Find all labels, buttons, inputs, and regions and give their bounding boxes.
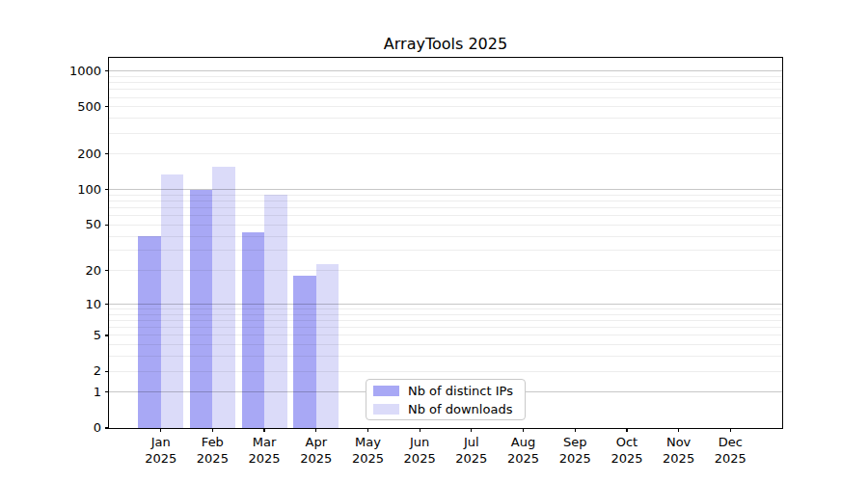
y-tick-label: 2: [43, 364, 101, 378]
legend-swatch-icon: [373, 404, 399, 415]
y-tick-mark: [105, 270, 109, 271]
gridline-minor: [109, 335, 782, 335]
gridline-minor: [109, 327, 782, 328]
x-tick-month: Dec: [699, 434, 761, 450]
gridline-minor: [109, 215, 782, 216]
gridline-minor: [109, 106, 782, 107]
gridline-minor: [109, 371, 782, 372]
x-tick-label-dec: Dec2025: [699, 434, 761, 467]
y-tick-label: 1: [43, 386, 101, 399]
legend-swatch-icon: [373, 386, 399, 396]
y-tick-label: 500: [43, 100, 101, 114]
legend: Nb of distinct IPsNb of downloads: [366, 379, 526, 420]
chart-canvas: ArrayTools 2025 01251020501002005001000J…: [0, 0, 868, 482]
y-tick-label: 0: [43, 421, 101, 435]
gridline-minor: [109, 195, 782, 196]
grid-layer: [109, 58, 782, 428]
gridline-minor: [109, 97, 782, 98]
x-tick-mark: [523, 428, 524, 432]
gridline-minor: [109, 153, 782, 154]
gridline-major: [109, 70, 782, 71]
gridline-minor: [109, 270, 782, 271]
y-tick-mark: [105, 304, 109, 305]
y-tick-label: 200: [43, 147, 101, 161]
gridline-minor: [109, 250, 782, 251]
gridline-minor: [109, 314, 782, 315]
y-tick-mark: [105, 70, 109, 71]
gridline-minor: [109, 308, 782, 309]
y-tick-label: 100: [43, 183, 101, 197]
y-tick-mark: [105, 225, 109, 226]
legend-label: Nb of downloads: [408, 402, 512, 416]
y-tick-mark: [105, 189, 109, 190]
gridline-minor: [109, 89, 782, 90]
y-tick-label: 5: [43, 329, 101, 342]
y-tick-mark: [105, 335, 109, 335]
legend-item: Nb of distinct IPs: [366, 384, 525, 398]
gridline-minor: [109, 201, 782, 201]
x-tick-mark: [471, 428, 472, 432]
gridline-minor: [109, 207, 782, 208]
x-tick-mark: [160, 428, 161, 432]
x-tick-mark: [626, 428, 627, 432]
legend-item: Nb of downloads: [366, 402, 525, 416]
x-tick-year: 2025: [699, 450, 761, 467]
gridline-minor: [109, 82, 782, 83]
x-tick-mark: [678, 428, 679, 432]
gridline-major: [109, 304, 782, 305]
gridline-minor: [109, 118, 782, 119]
plot-area: [109, 58, 782, 428]
y-tick-mark: [105, 427, 109, 428]
gridline-minor: [109, 236, 782, 237]
gridline-minor: [109, 320, 782, 321]
gridline-minor: [109, 76, 782, 77]
x-tick-mark: [315, 428, 316, 432]
gridline-minor: [109, 344, 782, 345]
x-tick-mark: [367, 428, 368, 432]
x-tick-mark: [575, 428, 576, 432]
y-tick-label: 50: [43, 218, 101, 231]
x-tick-mark: [420, 428, 420, 432]
gridline-minor: [109, 356, 782, 357]
x-tick-mark: [730, 428, 731, 432]
y-tick-mark: [105, 371, 109, 372]
x-tick-mark: [263, 428, 264, 432]
y-tick-label: 1000: [43, 65, 101, 78]
y-tick-mark: [105, 106, 109, 107]
x-tick-mark: [212, 428, 213, 432]
y-tick-label: 20: [43, 264, 101, 278]
gridline-minor: [109, 133, 782, 134]
y-tick-label: 10: [43, 298, 101, 311]
y-tick-mark: [105, 153, 109, 154]
gridline-major: [109, 189, 782, 190]
gridline-minor: [109, 225, 782, 226]
legend-label: Nb of distinct IPs: [408, 384, 513, 398]
chart-title: ArrayTools 2025: [109, 35, 782, 53]
y-tick-mark: [105, 391, 109, 392]
